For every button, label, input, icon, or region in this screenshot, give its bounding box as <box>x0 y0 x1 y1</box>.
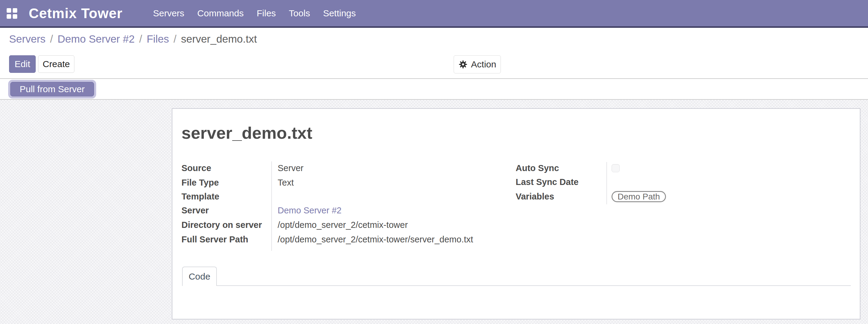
field-row-source: Source Server <box>182 161 499 175</box>
server-link[interactable]: Demo Server #2 <box>278 205 341 215</box>
action-button[interactable]: Action <box>454 55 501 73</box>
field-label-last-sync: Last Sync Date <box>516 177 612 187</box>
apps-menu-button[interactable] <box>7 8 20 20</box>
auto-sync-checkbox[interactable] <box>612 164 620 172</box>
column-separator <box>271 161 272 251</box>
breadcrumb-link-files[interactable]: Files <box>147 33 169 45</box>
field-group-right: Auto Sync Last Sync Date Variables Demo … <box>516 161 848 204</box>
breadcrumb-link-servers[interactable]: Servers <box>9 33 46 45</box>
form-sheet: server_demo.txt Source Server File Type … <box>172 108 861 320</box>
field-label-variables: Variables <box>516 192 612 202</box>
field-value-directory: /opt/demo_server_2/cetmix-tower <box>278 220 408 230</box>
field-label-template: Template <box>182 192 278 202</box>
field-row-server: Server Demo Server #2 <box>182 203 499 218</box>
record-title: server_demo.txt <box>182 123 312 143</box>
app-window: Cetmix Tower Servers Commands Files Tool… <box>0 0 868 324</box>
field-value-file-type: Text <box>278 178 294 188</box>
main-menu: Servers Commands Files Tools Settings <box>153 0 356 26</box>
field-row-template: Template <box>182 190 499 203</box>
field-label-file-type: File Type <box>182 178 278 188</box>
field-value-full-path: /opt/demo_server_2/cetmix-tower/server_d… <box>278 234 473 245</box>
field-row-directory: Directory on server /opt/demo_server_2/c… <box>182 218 499 232</box>
column-separator <box>607 162 607 204</box>
menu-item-servers[interactable]: Servers <box>153 8 184 19</box>
field-row-file-type: File Type Text <box>182 175 499 190</box>
field-row-variables: Variables Demo Path <box>516 189 848 204</box>
apps-grid-icon <box>13 8 17 13</box>
pull-from-server-label: Pull from Server <box>10 82 94 96</box>
statusbar: Pull from Server <box>0 79 868 100</box>
menu-item-tools[interactable]: Tools <box>289 8 310 19</box>
breadcrumb-current: server_demo.txt <box>181 33 257 45</box>
field-label-auto-sync: Auto Sync <box>516 163 612 173</box>
breadcrumb-separator: / <box>174 33 177 45</box>
pull-from-server-button[interactable]: Pull from Server <box>8 80 96 99</box>
field-label-directory: Directory on server <box>182 220 278 230</box>
brand-title[interactable]: Cetmix Tower <box>29 4 123 22</box>
field-group-left: Source Server File Type Text Template Se… <box>182 161 499 247</box>
breadcrumb-link-demo-server[interactable]: Demo Server #2 <box>58 33 134 45</box>
breadcrumb: Servers / Demo Server #2 / Files / serve… <box>0 28 868 50</box>
apps-grid-icon <box>7 8 11 13</box>
edit-button[interactable]: Edit <box>9 55 36 73</box>
field-row-last-sync: Last Sync Date <box>516 175 848 189</box>
tab-code[interactable]: Code <box>182 266 217 286</box>
field-row-auto-sync: Auto Sync <box>516 161 848 175</box>
field-label-full-path: Full Server Path <box>182 234 278 245</box>
apps-grid-icon <box>7 14 11 19</box>
field-label-source: Source <box>182 163 278 173</box>
menu-item-commands[interactable]: Commands <box>197 8 244 19</box>
gear-icon <box>458 60 468 69</box>
control-panel-buttons: Edit Create Action <box>0 50 868 79</box>
form-view-background: server_demo.txt Source Server File Type … <box>0 100 868 324</box>
field-label-server: Server <box>182 205 278 216</box>
apps-grid-icon <box>13 14 17 19</box>
menu-item-files[interactable]: Files <box>257 8 276 19</box>
notebook-divider <box>217 285 851 286</box>
variable-tag[interactable]: Demo Path <box>612 191 666 202</box>
top-navbar: Cetmix Tower Servers Commands Files Tool… <box>0 0 868 28</box>
field-row-full-path: Full Server Path /opt/demo_server_2/cetm… <box>182 232 499 247</box>
breadcrumb-separator: / <box>139 33 142 45</box>
breadcrumb-separator: / <box>50 33 53 45</box>
action-button-label: Action <box>471 59 496 69</box>
menu-item-settings[interactable]: Settings <box>323 8 356 19</box>
create-button[interactable]: Create <box>38 55 74 73</box>
field-value-source: Server <box>278 163 303 173</box>
